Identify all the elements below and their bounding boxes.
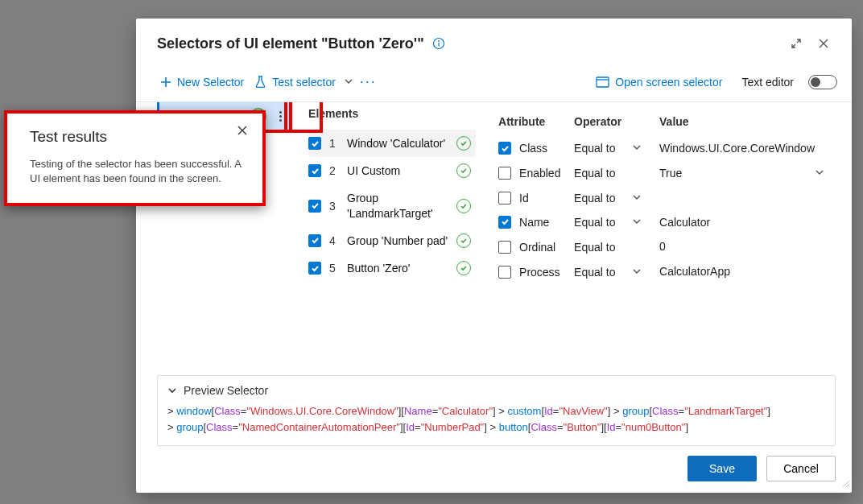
operator-dropdown-icon[interactable] xyxy=(632,192,659,204)
element-row[interactable]: 3Group 'LandmarkTarget' xyxy=(308,184,476,226)
preview-toggle[interactable]: Preview Selector xyxy=(167,384,825,397)
test-selector-label: Test selector xyxy=(272,76,336,89)
attribute-name: Name xyxy=(519,216,574,229)
info-icon[interactable] xyxy=(432,37,445,50)
element-checkbox[interactable] xyxy=(308,164,321,177)
element-checkbox[interactable] xyxy=(308,137,321,150)
toast-title: Test results xyxy=(30,128,245,146)
test-selector-dropdown[interactable] xyxy=(341,72,357,93)
element-number: 1 xyxy=(329,137,339,150)
element-checkbox[interactable] xyxy=(308,234,321,247)
attribute-checkbox[interactable] xyxy=(498,142,511,155)
svg-rect-2 xyxy=(438,43,439,47)
attribute-name: Enabled xyxy=(519,167,574,180)
operator-dropdown-icon[interactable] xyxy=(632,216,659,229)
cancel-button[interactable]: Cancel xyxy=(766,456,836,481)
new-selector-label: New Selector xyxy=(177,76,244,89)
preview-code: > window[Class="Windows.UI.Core.CoreWind… xyxy=(167,403,825,436)
attribute-name: Id xyxy=(519,192,574,204)
preview-label: Preview Selector xyxy=(184,384,268,397)
element-number: 4 xyxy=(329,234,339,247)
attribute-name: Ordinal xyxy=(519,241,574,254)
toolbar: New Selector Test selector ··· Open scre… xyxy=(136,65,852,102)
element-label: Button 'Zero' xyxy=(347,261,448,275)
test-results-toast: Test results Testing of the selector has… xyxy=(4,110,266,206)
svg-point-1 xyxy=(438,40,440,42)
resize-grip-icon[interactable] xyxy=(840,477,850,491)
operator-dropdown-icon[interactable] xyxy=(632,266,659,279)
open-screen-selector-button[interactable]: Open screen selector xyxy=(591,72,727,92)
attribute-row: IdEqual to xyxy=(498,186,837,210)
save-button[interactable]: Save xyxy=(688,456,757,481)
close-icon[interactable] xyxy=(810,30,837,57)
elements-panel: Elements 1Window 'Calculator'2UI Custom3… xyxy=(291,102,476,369)
attribute-checkbox[interactable] xyxy=(498,167,511,180)
attribute-operator: Equal to xyxy=(574,142,632,155)
more-menu-icon[interactable]: ··· xyxy=(357,70,380,93)
element-row[interactable]: 5Button 'Zero' xyxy=(308,254,476,282)
attribute-operator: Equal to xyxy=(574,192,632,204)
element-checkbox[interactable] xyxy=(308,200,321,213)
element-ok-icon xyxy=(456,261,471,275)
attribute-name: Class xyxy=(519,142,574,155)
element-row[interactable]: 4Group 'Number pad' xyxy=(308,227,476,254)
selector-item-menu-icon[interactable] xyxy=(271,111,289,122)
col-attribute: Attribute xyxy=(498,115,574,128)
attribute-operator: Equal to xyxy=(574,167,632,180)
element-row[interactable]: 2UI Custom xyxy=(308,157,476,184)
element-ok-icon xyxy=(456,136,471,151)
element-number: 2 xyxy=(329,164,339,177)
element-number: 5 xyxy=(329,262,339,275)
attribute-operator: Equal to xyxy=(574,216,632,229)
element-checkbox[interactable] xyxy=(308,262,321,275)
attribute-value[interactable]: True xyxy=(659,167,815,180)
text-editor-toggle[interactable] xyxy=(808,75,837,89)
text-editor-label: Text editor xyxy=(741,76,794,89)
element-label: Group 'Number pad' xyxy=(347,233,448,248)
attribute-value[interactable]: CalculatorApp xyxy=(659,265,815,279)
attribute-checkbox[interactable] xyxy=(498,216,511,229)
dialog-title: Selectors of UI element "Button 'Zero'" xyxy=(157,35,424,52)
attribute-row: OrdinalEqual to0 xyxy=(498,234,837,259)
attributes-panel: Attribute Operator Value ClassEqual toWi… xyxy=(476,102,837,369)
attribute-checkbox[interactable] xyxy=(498,266,511,279)
dialog-footer: Save Cancel xyxy=(157,446,837,493)
attribute-row: ProcessEqual toCalculatorApp xyxy=(498,259,837,284)
toast-close-icon[interactable] xyxy=(237,125,248,139)
element-ok-icon xyxy=(456,233,471,248)
toast-body: Testing of the selector has been success… xyxy=(30,157,245,185)
preview-selector-panel: Preview Selector > window[Class="Windows… xyxy=(157,375,836,446)
attribute-checkbox[interactable] xyxy=(498,241,511,254)
attribute-operator: Equal to xyxy=(574,266,632,279)
element-label: Window 'Calculator' xyxy=(347,136,448,151)
attribute-value[interactable]: Calculator xyxy=(659,216,815,229)
attribute-checkbox[interactable] xyxy=(498,192,511,204)
operator-dropdown-icon[interactable] xyxy=(632,142,659,155)
element-label: Group 'LandmarkTarget' xyxy=(347,191,448,220)
element-number: 3 xyxy=(329,200,339,213)
element-label: UI Custom xyxy=(347,163,448,178)
attribute-name: Process xyxy=(519,266,574,279)
attribute-value[interactable]: Windows.UI.Core.CoreWindow xyxy=(659,142,815,155)
attribute-row: NameEqual toCalculator xyxy=(498,210,837,235)
attribute-row: EnabledEqual toTrue xyxy=(498,161,837,186)
new-selector-button[interactable]: New Selector xyxy=(155,72,249,92)
element-ok-icon xyxy=(456,163,471,178)
test-selector-button[interactable]: Test selector xyxy=(250,72,341,92)
element-ok-icon xyxy=(456,199,471,213)
col-operator: Operator xyxy=(574,115,659,128)
attribute-row: ClassEqual toWindows.UI.Core.CoreWindow xyxy=(498,136,837,161)
expand-icon[interactable] xyxy=(782,30,810,57)
value-dropdown-icon[interactable] xyxy=(815,167,837,180)
attributes-header: Attribute Operator Value xyxy=(498,102,837,136)
elements-heading: Elements xyxy=(308,102,476,130)
attribute-value[interactable]: 0 xyxy=(659,240,815,254)
selector-dialog: Selectors of UI element "Button 'Zero'" … xyxy=(136,19,852,493)
dialog-header: Selectors of UI element "Button 'Zero'" xyxy=(136,19,852,65)
svg-rect-3 xyxy=(597,77,609,87)
col-value: Value xyxy=(659,115,837,128)
attribute-operator: Equal to xyxy=(574,241,632,254)
element-row[interactable]: 1Window 'Calculator' xyxy=(308,130,476,157)
open-screen-label: Open screen selector xyxy=(615,76,722,89)
